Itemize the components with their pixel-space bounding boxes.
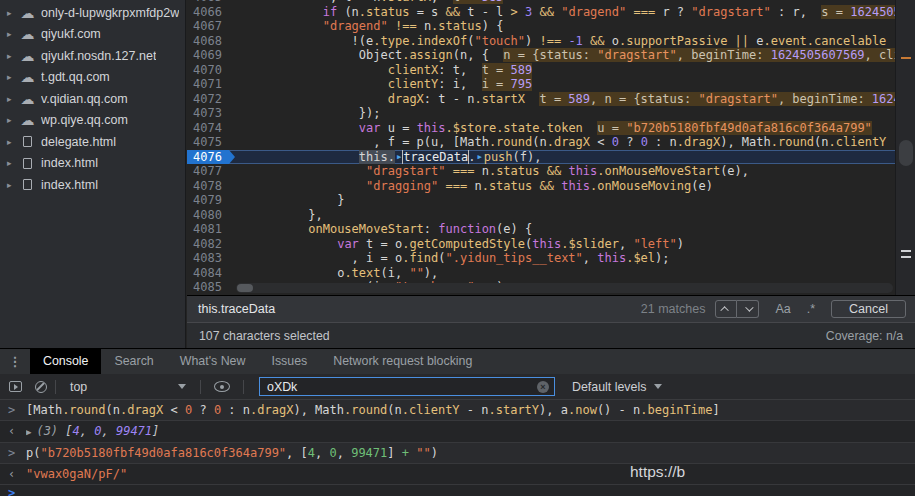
code-line-content[interactable]: , f = p(u, [Math.round(n.dragX < 0 ? 0 :… xyxy=(229,135,915,150)
disclosure-icon[interactable]: ▸ xyxy=(0,8,14,18)
line-number[interactable]: 4085 xyxy=(187,280,229,295)
coverage-status[interactable]: Coverage: n/a xyxy=(826,329,903,343)
line-number[interactable]: 4073 xyxy=(187,106,229,121)
disclosure-icon[interactable]: ▸ xyxy=(0,180,14,190)
code-line[interactable]: 4073 }); xyxy=(187,106,915,121)
log-levels-dropdown[interactable]: Default levels xyxy=(572,380,662,394)
match-case-button[interactable]: Aa xyxy=(775,302,790,316)
line-number[interactable]: 4079 xyxy=(187,193,229,208)
line-number[interactable]: 4072 xyxy=(187,92,229,107)
tab-network-request-blocking[interactable]: Network request blocking xyxy=(320,349,485,374)
code-line-content[interactable]: var u = this.$store.state.token u = "b72… xyxy=(229,121,915,136)
tab-search[interactable]: Search xyxy=(101,349,166,374)
code-line[interactable]: 4081 onMouseMoveStart: function(e) { xyxy=(187,222,915,237)
code-line[interactable]: 4078 "dragging" === n.status && this.onM… xyxy=(187,179,915,194)
code-line[interactable]: 4074 var u = this.$store.state.token u =… xyxy=(187,121,915,136)
code-line-content[interactable]: }); xyxy=(229,106,915,121)
console-filter-input[interactable]: oXDk × xyxy=(259,377,555,396)
line-number[interactable]: 4081 xyxy=(187,222,229,237)
line-number[interactable]: 4068 xyxy=(187,34,229,49)
code-line[interactable]: 4070 clientX: t, t = 589 xyxy=(187,63,915,78)
line-number[interactable]: 4082 xyxy=(187,237,229,252)
console-prompt[interactable]: > xyxy=(0,485,915,496)
code-line-content[interactable]: var t = o.getComputedStyle(this.$slider,… xyxy=(229,237,915,252)
clear-console-icon[interactable] xyxy=(35,381,47,393)
show-console-sidebar-icon[interactable] xyxy=(9,381,22,392)
code-line[interactable]: 4083 , i = o.find(".yidun_tips__text", t… xyxy=(187,251,915,266)
code-line-content[interactable]: }, xyxy=(229,208,915,223)
vertical-scrollbar-thumb[interactable] xyxy=(899,140,913,166)
disclosure-icon[interactable]: ▸ xyxy=(0,29,14,39)
disclosure-icon[interactable]: ▸ xyxy=(0,158,14,168)
code-line[interactable]: 4067 "dragend" !== n.status) { xyxy=(187,19,915,34)
code-line-content[interactable]: , i = o.find(".yidun_tips__text", this.$… xyxy=(229,251,915,266)
tab-issues[interactable]: Issues xyxy=(258,349,320,374)
disclosure-icon[interactable]: ▸ xyxy=(0,51,14,61)
file-tree-item[interactable]: ▸☁qiyukf.com xyxy=(0,24,185,46)
line-number[interactable]: 4070 xyxy=(187,63,229,78)
line-number[interactable]: 4067 xyxy=(187,19,229,34)
search-input[interactable]: this.traceData xyxy=(198,302,641,316)
clear-filter-icon[interactable]: × xyxy=(537,381,549,393)
disclosure-icon[interactable]: ▸ xyxy=(0,94,14,104)
file-tree-item[interactable]: ▸delegate.html xyxy=(0,131,185,153)
code-line[interactable]: 4066 if (n.status = s && t - l > 3 && "d… xyxy=(187,5,915,20)
line-number[interactable]: 4084 xyxy=(187,266,229,281)
code-line[interactable]: 4079 } xyxy=(187,193,915,208)
code-line-content[interactable]: "dragend" !== n.status) { xyxy=(229,19,915,34)
code-line[interactable]: 4071 clientY: i, i = 795 xyxy=(187,77,915,92)
disclosure-icon[interactable]: ▸ xyxy=(0,72,14,82)
code-line-content[interactable]: dragX: t - n.startX t = 589, n = {status… xyxy=(229,92,915,107)
inline-breakpoint-icon[interactable]: ▶ xyxy=(475,153,483,161)
disclosure-icon[interactable]: ▸ xyxy=(0,115,14,125)
code-line-content[interactable]: "dragging" === n.status && this.onMouseM… xyxy=(229,179,915,194)
line-number[interactable]: 4076 xyxy=(187,150,229,165)
file-tree-item[interactable]: ▸☁t.gdt.qq.com xyxy=(0,67,185,89)
line-number[interactable]: 4066 xyxy=(187,5,229,20)
line-number[interactable]: 4078 xyxy=(187,179,229,194)
code-line[interactable]: 4069 Object.assign(n, { n = {status: "dr… xyxy=(187,48,915,63)
code-editor[interactable]: 4065 , l = n.startX, l = 5854066 if (n.s… xyxy=(187,0,915,295)
code-line[interactable]: 4075 , f = p(u, [Math.round(n.dragX < 0 … xyxy=(187,135,915,150)
file-tree-item[interactable]: ▸☁only-d-lupwgkrpxmfdp2w xyxy=(0,2,185,24)
disclosure-icon[interactable]: ▸ xyxy=(0,137,14,147)
code-line[interactable]: 4072 dragX: t - n.startX t = 589, n = {s… xyxy=(187,92,915,107)
regex-button[interactable]: .* xyxy=(807,302,815,316)
file-tree-item[interactable]: ▸☁wp.qiye.qq.com xyxy=(0,110,185,132)
code-line-content[interactable]: !(e.type.indexOf("touch") !== -1 && o.su… xyxy=(229,34,915,49)
line-number[interactable]: 4071 xyxy=(187,77,229,92)
code-line-content[interactable]: onMouseMoveStart: function(e) { xyxy=(229,222,915,237)
code-line-content[interactable]: clientX: t, t = 589 xyxy=(229,63,915,78)
code-line-content[interactable]: o.text(i, ""), xyxy=(229,266,915,281)
file-tree-item[interactable]: ▸☁qiyukf.nosdn.127.net xyxy=(0,45,185,67)
previous-match-button[interactable] xyxy=(715,300,737,318)
expand-icon[interactable]: ▶ xyxy=(26,427,36,437)
tab-what-s-new[interactable]: What's New xyxy=(167,349,259,374)
code-line[interactable]: 4082 var t = o.getComputedStyle(this.$sl… xyxy=(187,237,915,252)
line-number[interactable]: 4077 xyxy=(187,164,229,179)
file-tree-item[interactable]: ▸☁v.qidian.qq.com xyxy=(0,88,185,110)
javascript-context-selector[interactable]: top xyxy=(64,380,192,394)
file-tree-item[interactable]: ▸index.html xyxy=(0,174,185,196)
code-line[interactable]: 4068 !(e.type.indexOf("touch") !== -1 &&… xyxy=(187,34,915,49)
code-line-content[interactable]: clientY: i, i = 795 xyxy=(229,77,915,92)
code-line-content[interactable]: if (n.status = s && t - l > 3 && "dragen… xyxy=(229,5,915,20)
line-number[interactable]: 4080 xyxy=(187,208,229,223)
create-live-expression-icon[interactable] xyxy=(214,381,230,392)
line-number[interactable]: 4083 xyxy=(187,251,229,266)
code-line[interactable]: 4080 }, xyxy=(187,208,915,223)
line-number[interactable]: 4075 xyxy=(187,135,229,150)
more-tools-menu-icon[interactable]: ⋮ xyxy=(0,349,30,374)
code-line[interactable]: 4077 "dragstart" === n.status && this.on… xyxy=(187,164,915,179)
code-line-content[interactable]: "dragstart" === n.status && this.onMouse… xyxy=(229,164,915,179)
horizontal-scrollbar-thumb[interactable] xyxy=(237,284,253,292)
code-line[interactable]: 4084 o.text(i, ""), xyxy=(187,266,915,281)
line-number[interactable]: 4074 xyxy=(187,121,229,136)
console-input-area[interactable] xyxy=(26,485,915,496)
code-line-content[interactable]: this.▶traceData.▶push(f), xyxy=(229,150,915,165)
file-tree-item[interactable]: ▸index.html xyxy=(0,153,185,175)
code-line-content[interactable]: Object.assign(n, { n = {status: "dragsta… xyxy=(229,48,915,63)
tab-console[interactable]: Console xyxy=(30,349,101,374)
line-number[interactable]: 4069 xyxy=(187,48,229,63)
paused-code-line[interactable]: 4076 this.▶traceData.▶push(f), xyxy=(187,150,915,165)
